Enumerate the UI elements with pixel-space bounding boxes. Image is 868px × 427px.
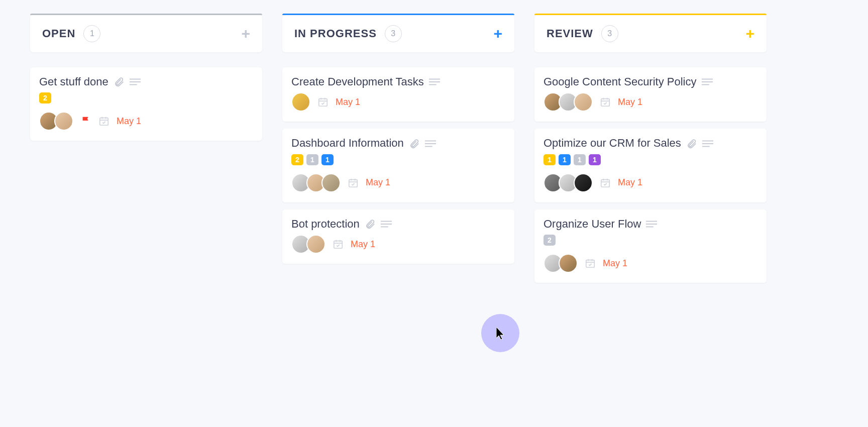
cursor-highlight — [481, 314, 519, 352]
card-title: Bot protection — [291, 218, 360, 231]
svg-rect-17 — [349, 179, 358, 187]
subtask-badge: 1 — [306, 154, 318, 165]
assignees — [544, 173, 593, 192]
card-bottom: May 1 — [544, 92, 757, 112]
description-icon — [646, 220, 657, 228]
calendar-icon — [348, 177, 359, 188]
card-title: Get stuff done — [39, 75, 108, 88]
avatar[interactable] — [559, 254, 578, 273]
attachment-icon — [114, 76, 125, 87]
svg-rect-38 — [601, 179, 610, 187]
add-task-button[interactable]: + — [745, 26, 754, 41]
column-header-inprogress: IN PROGRESS3+ — [282, 15, 514, 52]
assignees — [291, 92, 310, 112]
column-title-wrap: REVIEW3 — [547, 25, 618, 42]
column-title: REVIEW — [547, 27, 593, 40]
subtask-badge: 1 — [574, 154, 586, 165]
svg-rect-10 — [319, 99, 328, 106]
task-card[interactable]: Organize User Flow2May 1 — [534, 209, 767, 283]
description-icon — [702, 140, 713, 148]
attachment-icon — [365, 219, 376, 230]
avatar[interactable] — [321, 173, 341, 192]
assignees — [39, 112, 73, 131]
due-date: May 1 — [351, 239, 375, 250]
subtask-badge: 2 — [39, 92, 51, 103]
subtask-badge: 1 — [559, 154, 571, 165]
description-icon — [702, 78, 713, 86]
description-icon — [425, 140, 436, 148]
assignees — [291, 235, 325, 254]
due-date: May 1 — [618, 177, 642, 188]
svg-rect-45 — [586, 260, 595, 268]
card-title-row: Create Development Tasks — [291, 75, 505, 88]
due-date: May 1 — [366, 177, 390, 188]
due-date: May 1 — [117, 116, 141, 127]
avatar[interactable] — [574, 173, 593, 192]
badges: 2 — [39, 92, 253, 103]
subtask-badge: 1 — [321, 154, 334, 165]
column-title-wrap: OPEN1 — [42, 25, 100, 42]
card-bottom: May 1 — [544, 254, 757, 273]
description-icon — [429, 78, 440, 86]
badges: 1111 — [544, 154, 757, 165]
attachment-icon — [409, 138, 420, 149]
column-title: OPEN — [42, 27, 75, 40]
card-bottom: May 1 — [291, 235, 505, 254]
card-title: Optimize our CRM for Sales — [544, 137, 681, 150]
card-title-row: Organize User Flow — [544, 218, 757, 231]
avatar[interactable] — [574, 92, 593, 112]
avatar[interactable] — [54, 112, 73, 131]
subtask-badge: 1 — [589, 154, 601, 165]
card-bottom: May 1 — [39, 112, 253, 131]
attachment-icon — [686, 138, 697, 149]
calendar-icon — [600, 177, 611, 188]
card-title-row: Google Content Security Policy — [544, 75, 757, 88]
add-task-button[interactable]: + — [493, 26, 502, 41]
assignees — [544, 254, 578, 273]
add-task-button[interactable]: + — [241, 26, 250, 41]
card-title-row: Optimize our CRM for Sales — [544, 137, 757, 150]
svg-rect-31 — [601, 99, 610, 106]
subtask-badge: 1 — [544, 154, 556, 165]
column-title: IN PROGRESS — [294, 27, 377, 40]
column-count: 1 — [83, 25, 100, 42]
column-header-open: OPEN1+ — [30, 15, 262, 52]
svg-rect-24 — [334, 241, 343, 249]
calendar-icon — [333, 239, 344, 250]
calendar-icon — [317, 96, 329, 108]
card-title-row: Get stuff done — [39, 75, 253, 88]
cursor-arrow-icon — [496, 327, 506, 340]
flag-icon — [80, 116, 91, 127]
column-title-wrap: IN PROGRESS3 — [294, 25, 402, 42]
calendar-icon — [98, 116, 110, 127]
column-review: REVIEW3+Google Content Security PolicyMa… — [534, 15, 767, 290]
due-date: May 1 — [618, 97, 642, 108]
avatar[interactable] — [306, 235, 325, 254]
task-card[interactable]: Get stuff done2May 1 — [30, 67, 262, 141]
badges: 211 — [291, 154, 505, 165]
badges: 2 — [544, 235, 757, 246]
task-card[interactable]: Dashboard Information211May 1 — [282, 129, 514, 202]
task-card[interactable]: Create Development TasksMay 1 — [282, 67, 514, 122]
subtask-badge: 2 — [544, 235, 556, 246]
task-card[interactable]: Bot protectionMay 1 — [282, 209, 514, 264]
card-bottom: May 1 — [291, 173, 505, 192]
task-card[interactable]: Google Content Security PolicyMay 1 — [534, 67, 767, 122]
card-title: Create Development Tasks — [291, 75, 424, 88]
description-icon — [130, 78, 141, 86]
assignees — [544, 92, 593, 112]
card-bottom: May 1 — [544, 173, 757, 192]
subtask-badge: 2 — [291, 154, 303, 165]
card-title: Dashboard Information — [291, 137, 404, 150]
column-count: 3 — [385, 25, 402, 42]
svg-rect-3 — [100, 118, 108, 126]
task-card[interactable]: Optimize our CRM for Sales1111May 1 — [534, 129, 767, 202]
due-date: May 1 — [336, 97, 360, 108]
calendar-icon — [585, 258, 596, 269]
card-title-row: Bot protection — [291, 218, 505, 231]
assignees — [291, 173, 341, 192]
avatar[interactable] — [291, 92, 310, 112]
due-date: May 1 — [603, 258, 627, 269]
column-count: 3 — [601, 25, 618, 42]
card-bottom: May 1 — [291, 92, 505, 112]
